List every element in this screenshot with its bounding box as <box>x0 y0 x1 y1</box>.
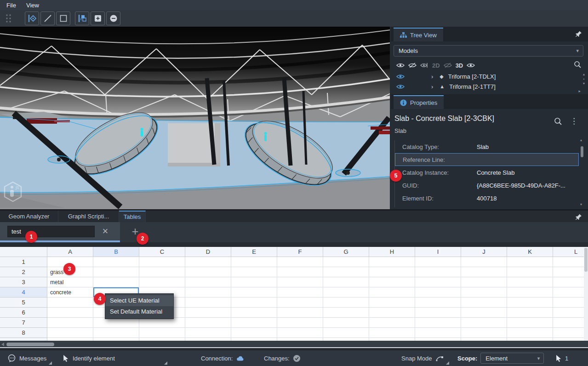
pin-icon[interactable] <box>575 213 582 223</box>
draw-rectangle-button[interactable] <box>56 11 70 25</box>
selection-count-indicator[interactable]: 1 <box>555 350 568 366</box>
cell-G5[interactable] <box>323 297 369 308</box>
cell-G8[interactable] <box>323 328 369 338</box>
column-header-K[interactable]: K <box>507 247 553 257</box>
tab-geom-analyzer[interactable]: Geom Analyzer <box>0 211 58 222</box>
scroll-left-arrow-icon[interactable] <box>1 343 4 346</box>
cell-F2[interactable] <box>277 267 323 277</box>
cell-I5[interactable] <box>415 297 461 308</box>
cell-E2[interactable] <box>231 267 277 277</box>
cell-F6[interactable] <box>277 308 323 318</box>
sheet-name-input[interactable] <box>7 226 95 237</box>
spreadsheet-horizontal-scrollbar[interactable] <box>0 341 588 348</box>
row-header-5[interactable]: 5 <box>0 297 47 308</box>
cell-I6[interactable] <box>415 308 461 318</box>
filter-2d-label[interactable]: 2D <box>432 62 440 69</box>
cell-E6[interactable] <box>231 308 277 318</box>
column-header-B[interactable]: B <box>93 247 139 257</box>
tab-properties[interactable]: Properties <box>394 95 444 109</box>
cell-A3[interactable]: metal <box>47 277 93 287</box>
property-row-catalog-instance[interactable]: Catalog Instance: Concrete Slab <box>395 166 579 179</box>
cell-F8[interactable] <box>277 328 323 338</box>
cell-D4[interactable] <box>185 287 231 297</box>
cell-D3[interactable] <box>185 277 231 287</box>
row-header-6[interactable]: 6 <box>0 308 47 318</box>
column-header-J[interactable]: J <box>461 247 507 257</box>
column-header-L[interactable]: L <box>553 247 588 257</box>
cell-C8[interactable] <box>139 328 185 338</box>
expand-chevron-icon[interactable]: › <box>431 83 433 90</box>
zoom-out-button[interactable] <box>106 11 120 25</box>
spreadsheet-vertical-scrollbar[interactable] <box>584 247 588 341</box>
scope-dropdown[interactable]: Element ▾ <box>480 353 544 364</box>
zoom-in-button[interactable] <box>91 11 105 25</box>
cell-C2[interactable] <box>139 267 185 277</box>
tree-vertical-scrollbar[interactable]: ▴•▾ <box>581 73 587 86</box>
pin-icon[interactable] <box>575 30 582 40</box>
cell-K6[interactable] <box>507 308 553 318</box>
tab-tables[interactable]: Tables <box>119 211 146 222</box>
cell-L7[interactable] <box>553 318 588 328</box>
cell-E3[interactable] <box>231 277 277 287</box>
cell-B3[interactable] <box>93 277 139 287</box>
cell-K1[interactable] <box>507 257 553 267</box>
cell-B7[interactable] <box>93 318 139 328</box>
cell-H8[interactable] <box>369 328 415 338</box>
cell-E1[interactable] <box>231 257 277 267</box>
cell-F3[interactable] <box>277 277 323 287</box>
cell-F7[interactable] <box>277 318 323 328</box>
tab-graphl-scripting[interactable]: Graphl Scripti... <box>58 211 119 222</box>
cell-E4[interactable] <box>231 287 277 297</box>
menu-item-select-ue-material[interactable]: Select UE Material <box>105 295 173 306</box>
cell-K8[interactable] <box>507 328 553 338</box>
hide-all-eye-off-icon[interactable] <box>408 62 417 69</box>
cell-J4[interactable] <box>461 287 507 297</box>
visible-eye-icon[interactable] <box>396 74 405 80</box>
cell-L6[interactable] <box>553 308 588 318</box>
cell-L5[interactable] <box>553 297 588 308</box>
column-header-A[interactable]: A <box>47 247 93 257</box>
cell-L1[interactable] <box>553 257 588 267</box>
tree-item-triforma-1[interactable]: › ◆ Triforma [2-TDLX] <box>391 71 581 81</box>
expand-chevron-icon[interactable]: › <box>431 73 433 80</box>
cell-H1[interactable] <box>369 257 415 267</box>
cell-C1[interactable] <box>139 257 185 267</box>
more-options-kebab-icon[interactable]: ⋮ <box>570 116 578 126</box>
cell-B2[interactable] <box>93 267 139 277</box>
cell-A6[interactable] <box>47 308 93 318</box>
cell-G7[interactable] <box>323 318 369 328</box>
3d-eye-icon[interactable] <box>467 62 475 69</box>
filter-3d-label[interactable]: 3D <box>456 62 463 69</box>
cell-J8[interactable] <box>461 328 507 338</box>
toolbar-grip-handle[interactable] <box>6 14 12 25</box>
cell-D6[interactable] <box>185 308 231 318</box>
row-header-3[interactable]: 3 <box>0 277 47 287</box>
column-header-H[interactable]: H <box>369 247 415 257</box>
tree-hscroll-arrow-icon[interactable]: ▸ <box>578 89 581 93</box>
column-header-F[interactable]: F <box>277 247 323 257</box>
cell-L8[interactable] <box>553 328 588 338</box>
transform-rotate-button[interactable] <box>75 11 89 25</box>
property-row-guid[interactable]: GUID: {A88C6BEE-985D-49DA-A82F-... <box>395 179 579 192</box>
models-dropdown[interactable]: Models ▾ <box>394 45 583 57</box>
cell-D7[interactable] <box>185 318 231 328</box>
changes-status[interactable]: Changes: <box>264 350 301 366</box>
cell-A7[interactable] <box>47 318 93 328</box>
cell-G2[interactable] <box>323 267 369 277</box>
close-sheet-icon[interactable]: × <box>99 225 111 238</box>
cell-H5[interactable] <box>369 297 415 308</box>
cell-J7[interactable] <box>461 318 507 328</box>
cell-D2[interactable] <box>185 267 231 277</box>
scrollbar-thumb[interactable] <box>6 343 54 346</box>
placement-point-button[interactable] <box>25 11 39 25</box>
cell-I7[interactable] <box>415 318 461 328</box>
cell-G3[interactable] <box>323 277 369 287</box>
draw-line-button[interactable] <box>40 11 55 25</box>
cell-H3[interactable] <box>369 277 415 287</box>
cell-K4[interactable] <box>507 287 553 297</box>
cell-G4[interactable] <box>323 287 369 297</box>
visible-eye-icon[interactable] <box>396 84 405 90</box>
row-header-1[interactable]: 1 <box>0 257 47 267</box>
cell-D1[interactable] <box>185 257 231 267</box>
cell-H4[interactable] <box>369 287 415 297</box>
